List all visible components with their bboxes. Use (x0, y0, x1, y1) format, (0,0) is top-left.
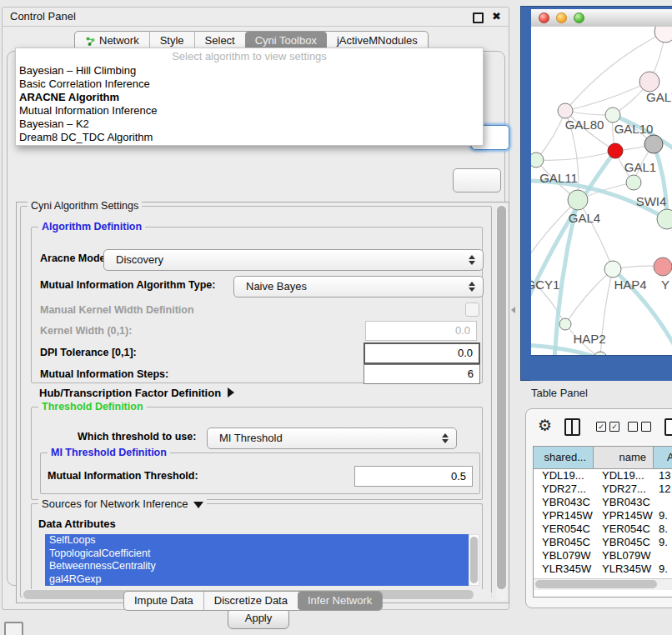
table-row[interactable]: YBR045CYBR045C9. (534, 536, 672, 549)
network-node[interactable] (644, 135, 663, 153)
network-node[interactable] (608, 143, 623, 158)
network-node-gal10[interactable] (605, 108, 620, 122)
settings-vertical-scrollbar[interactable] (496, 204, 507, 601)
manual-kernel-checkbox[interactable] (465, 302, 479, 317)
apply-button[interactable]: Apply (228, 608, 289, 629)
attributes-list-scrollbar[interactable] (469, 534, 479, 586)
which-threshold-combobox[interactable]: MI Threshold (207, 428, 457, 449)
mi-steps-field[interactable]: 6 (364, 364, 480, 384)
table-row[interactable]: YPR145WYPR145W9. (534, 509, 672, 522)
tab-label: Discretize Data (214, 592, 288, 610)
algorithm-definition-title: Algorithm Definition (38, 221, 145, 232)
deselect-all-icon[interactable] (628, 422, 651, 432)
algorithm-option[interactable]: Bayesian – Hill Climbing (18, 64, 481, 78)
scrollbar-thumb[interactable] (470, 537, 478, 583)
data-attributes-list[interactable]: SelfLoopsTopologicalCoefficientBetweenne… (45, 534, 469, 586)
mi-type-label: Mutual Information Algorithm Type: (40, 279, 215, 291)
column-header[interactable]: A (654, 447, 672, 468)
column-layout-icon[interactable] (564, 418, 580, 436)
table-header-row: shared...nameA (534, 447, 672, 469)
network-node[interactable] (654, 27, 672, 42)
hub-factor-definition-label: Hub/Transcription Factor Definition (39, 387, 221, 399)
minimize-traffic-light-icon[interactable] (556, 12, 567, 23)
algorithm-option[interactable]: Dream8 DC_TDC Algorithm (18, 131, 481, 144)
float-window-icon[interactable] (473, 12, 484, 23)
network-node-hap2[interactable] (559, 318, 571, 330)
algorithm-option[interactable]: Bayesian – K2 (18, 118, 481, 131)
attribute-item[interactable]: SelfLoops (45, 534, 469, 548)
network-window-titlebar[interactable] (531, 9, 672, 28)
network-edge[interactable] (536, 111, 565, 160)
dpi-tolerance-field[interactable]: 0.0 (364, 342, 480, 364)
bottom-tab-impute-data[interactable]: Impute Data (124, 592, 203, 610)
table-cell: YDL19... (595, 469, 657, 482)
select-all-icon[interactable]: ✓✓ (596, 422, 619, 432)
collapsed-panel-icon[interactable] (4, 622, 23, 635)
mi-threshold-label: Mutual Information Threshold: (48, 470, 198, 482)
table-cell: YPR145W (534, 509, 595, 522)
table-cell: YDL19... (534, 469, 595, 482)
sources-toggle[interactable]: Sources for Network Inference (38, 498, 207, 510)
aracne-mode-value: Discovery (116, 250, 163, 270)
table-row[interactable]: YBL079WYBL079W (534, 549, 672, 562)
node-label: GAL10 (614, 122, 654, 136)
column-header[interactable]: name (594, 447, 654, 468)
network-node-gal1[interactable] (626, 175, 641, 190)
close-icon[interactable]: ✖ (492, 10, 501, 23)
table-function-icon[interactable] (664, 418, 672, 436)
scrollbar-thumb[interactable] (497, 206, 506, 589)
which-threshold-label: Which threshold to use: (78, 431, 196, 442)
table-cell: YBL079W (595, 549, 657, 562)
table-cell: YLR345W (595, 562, 657, 576)
algorithm-option[interactable]: ARACNE Algorithm (18, 91, 481, 104)
table-row[interactable]: YLR345WYLR345W9. (534, 562, 672, 576)
network-node-gal4[interactable] (568, 190, 588, 210)
table-row[interactable]: YER054CYER054C8. (534, 522, 672, 536)
table-cell: YLR345W (534, 562, 595, 576)
table-panel-window: ⚙ ✓✓ shared...nameA YDL19...YDL19...13YD… (525, 408, 672, 608)
network-canvas[interactable]: GAL7GAL80GAL10GAL1GAL11SWI4GAL4GCY1HAP4Y… (531, 27, 672, 355)
network-node-gal11[interactable] (531, 152, 544, 168)
table-row[interactable]: YBR043CYBR043C (534, 496, 672, 509)
node-label: HAP2 (573, 332, 605, 346)
mi-type-combobox[interactable]: Naive Bayes (233, 276, 484, 298)
algorithm-option[interactable]: Mutual Information Inference (18, 104, 481, 118)
network-node-hap4[interactable] (604, 261, 621, 278)
network-window-frame (531, 355, 672, 381)
zoom-traffic-light-icon[interactable] (574, 12, 584, 23)
hub-factor-definition-toggle[interactable]: Hub/Transcription Factor Definition (39, 387, 234, 399)
mi-threshold-field[interactable]: 0.5 (354, 466, 473, 487)
mi-steps-label: Mutual Information Steps: (40, 368, 168, 380)
attribute-item[interactable]: BetweennessCentrality (45, 560, 469, 573)
scrollbar-thumb[interactable] (535, 580, 657, 588)
column-header[interactable]: shared... (534, 447, 594, 468)
network-edge[interactable] (565, 269, 613, 324)
network-node-swi4[interactable] (657, 209, 672, 229)
bottom-tab-discretize-data[interactable]: Discretize Data (203, 592, 298, 610)
table-panel-title: Table Panel (531, 387, 588, 399)
table-horizontal-scrollbar[interactable] (534, 578, 672, 590)
network-node-gal7[interactable] (639, 72, 659, 92)
algorithm-option[interactable]: Basic Correlation Inference (18, 78, 481, 91)
bottom-tab-infer-network[interactable]: Infer Network (298, 592, 382, 610)
screen: Control Panel ✖ NetworkStyleSelectCyni T… (0, 0, 672, 635)
node-label: HAP4 (614, 278, 646, 292)
aracne-mode-label: Aracne Mode: (40, 252, 109, 264)
network-node-y[interactable] (654, 258, 672, 276)
table-row[interactable]: YDL19...YDL19...13 (534, 469, 672, 482)
table-cell: 12 (657, 482, 672, 496)
mi-threshold-definition-group: MI Threshold Definition Mutual Informati… (40, 452, 480, 494)
splitter-collapse-icon[interactable] (511, 307, 515, 313)
data-table-combobox-partial[interactable] (453, 168, 501, 192)
table-row[interactable]: YDR27...YDR27...12 (534, 482, 672, 496)
gear-icon[interactable]: ⚙ (538, 416, 552, 435)
sources-group: Sources for Network Inference Data Attri… (31, 503, 483, 598)
network-node-gal80[interactable] (558, 103, 573, 118)
attribute-item[interactable]: TopologicalCoefficient (45, 548, 469, 561)
node-label: GAL11 (539, 171, 578, 185)
attribute-item[interactable]: gal4RGexp (45, 573, 469, 587)
threshold-definition-title: Threshold Definition (38, 401, 147, 412)
close-traffic-light-icon[interactable] (539, 12, 549, 23)
aracne-mode-combobox[interactable]: Discovery (103, 249, 484, 271)
kernel-width-field[interactable]: 0.0 (365, 321, 477, 341)
